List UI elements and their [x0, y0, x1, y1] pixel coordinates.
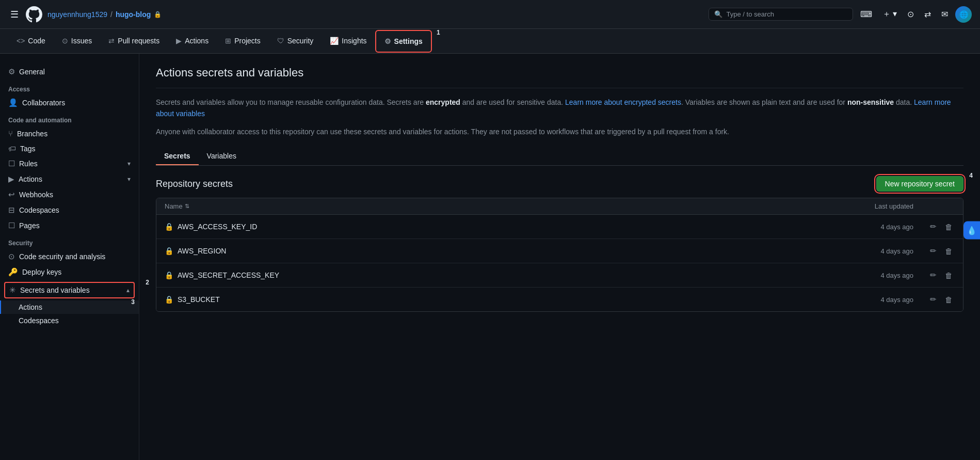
tab-variables[interactable]: Variables: [199, 148, 245, 165]
secret-actions-4: ✏ 🗑: [913, 293, 955, 306]
search-bar[interactable]: 🔍 Type / to search: [709, 8, 853, 21]
nav-settings[interactable]: ⚙ Settings 1: [375, 30, 432, 53]
nav-code-label: Code: [28, 37, 45, 45]
actions-expand-icon: ▾: [127, 176, 131, 183]
sidebar-item-codespaces[interactable]: ⊟ Codespaces: [0, 202, 139, 218]
tab-secrets[interactable]: Secrets: [156, 148, 199, 165]
topnav-left: ☰ nguyennhung1529 / hugo-blog 🔒: [8, 6, 702, 23]
sidebar-code-automation-section: Code and automation: [0, 110, 139, 126]
col-updated-header: Last updated: [831, 202, 913, 210]
avatar[interactable]: 🌐: [955, 6, 972, 23]
sidebar-item-deploy-keys[interactable]: 🔑 Deploy keys: [0, 264, 139, 280]
settings-icon: ⚙: [384, 37, 391, 45]
issues-button[interactable]: ⊙: [904, 6, 917, 22]
sidebar-actions-sub-label: Actions: [19, 303, 42, 311]
nav-code[interactable]: <> Code: [8, 30, 54, 52]
sidebar-item-pages[interactable]: ☐ Pages: [0, 218, 139, 233]
description-block-2: Anyone with collaborator access to this …: [156, 126, 963, 137]
repo-name[interactable]: hugo-blog: [116, 10, 151, 19]
nav-issues[interactable]: ⊙ Issues: [54, 30, 100, 52]
lock-icon-3: 🔒: [165, 271, 173, 279]
sidebar-item-rules[interactable]: ☐ Rules ▾: [0, 156, 139, 171]
desc-text-3: . Variables are shown as plain text and …: [681, 98, 847, 106]
sidebar-item-webhooks[interactable]: ↩ Webhooks: [0, 187, 139, 202]
settings-badge: 1: [437, 29, 440, 36]
nav-projects[interactable]: ⊞ Projects: [217, 30, 269, 52]
insights-icon: 📈: [330, 37, 339, 45]
repo-owner[interactable]: nguyennhung1529: [47, 10, 107, 19]
collaborators-icon: 👤: [8, 98, 18, 107]
link-encrypted-secrets[interactable]: Learn more about encrypted secrets: [565, 98, 681, 106]
sidebar-general-label: General: [19, 68, 45, 76]
plus-button[interactable]: ＋ ▾: [879, 6, 900, 23]
page-title: Actions secrets and variables: [156, 66, 963, 88]
name-col-label: Name: [165, 202, 183, 210]
sidebar-item-actions[interactable]: ▶ Actions ▾: [0, 171, 139, 187]
search-placeholder: Type / to search: [727, 10, 775, 18]
secret-label-2: AWS_REGION: [178, 247, 226, 255]
sidebar-deploy-keys-label: Deploy keys: [22, 268, 61, 276]
desc-text-1: Secrets and variables allow you to manag…: [156, 98, 426, 106]
description-block: Secrets and variables allow you to manag…: [156, 97, 963, 120]
repo-separator: /: [110, 10, 113, 19]
deploy-keys-icon: 🔑: [8, 267, 18, 277]
table-header: Name ⇅ Last updated: [156, 198, 963, 215]
topnav-right: 🔍 Type / to search ⌨ ＋ ▾ ⊙ ⇄ ✉ 🌐: [709, 6, 972, 23]
nav-actions[interactable]: ▶ Actions: [168, 30, 217, 52]
pages-icon: ☐: [8, 221, 15, 230]
secret-actions-1: ✏ 🗑: [913, 220, 955, 233]
edit-secret-2-button[interactable]: ✏: [928, 244, 939, 258]
sidebar-item-secrets-variables[interactable]: ✳ Secrets and variables ▴ 2: [4, 282, 135, 298]
delete-secret-2-button[interactable]: 🗑: [943, 245, 955, 258]
secrets-icon: ✳: [9, 285, 16, 295]
code-icon: <>: [17, 37, 25, 45]
inbox-button[interactable]: ✉: [938, 6, 951, 22]
secret-actions-3: ✏ 🗑: [913, 268, 955, 282]
pullrequest-button[interactable]: ⇄: [921, 6, 934, 22]
actions-icon: ▶: [176, 37, 182, 45]
delete-secret-1-button[interactable]: 🗑: [943, 220, 955, 233]
main-layout: ⚙ General Access 👤 Collaborators Code an…: [0, 54, 980, 460]
sort-icon[interactable]: ⇅: [185, 203, 189, 210]
new-repository-secret-button[interactable]: New repository secret: [876, 176, 963, 192]
rules-icon: ☐: [8, 159, 15, 168]
edit-secret-3-button[interactable]: ✏: [928, 268, 939, 282]
edit-secret-1-button[interactable]: ✏: [928, 220, 939, 233]
sidebar-item-code-security[interactable]: ⊙ Code security and analysis: [0, 249, 139, 264]
github-logo[interactable]: [26, 6, 42, 23]
table-row: 🔒 AWS_REGION 4 days ago ✏ 🗑: [156, 239, 963, 263]
hamburger-menu-icon[interactable]: ☰: [8, 7, 21, 22]
sidebar-access-section: Access: [0, 80, 139, 95]
sidebar-item-general[interactable]: ⚙ General: [0, 64, 139, 80]
nav-pullrequests[interactable]: ⇄ Pull requests: [100, 30, 168, 52]
nav-projects-label: Projects: [234, 37, 261, 45]
sidebar-sub-actions[interactable]: Actions 3: [0, 300, 139, 314]
sidebar-secrets-label: Secrets and variables: [20, 286, 90, 294]
sidebar-item-collaborators[interactable]: 👤 Collaborators: [0, 95, 139, 110]
right-widget[interactable]: 💧: [963, 221, 980, 239]
secret-label-4: S3_BUCKET: [178, 295, 220, 304]
nav-security[interactable]: 🛡 Security: [269, 30, 322, 52]
secrets-table: Name ⇅ Last updated 🔒 AWS_ACCESS_KEY_ID …: [156, 198, 963, 312]
secret-updated-3: 4 days ago: [831, 272, 913, 279]
sidebar-item-branches[interactable]: ⑂ Branches: [0, 126, 139, 141]
table-row: 🔒 AWS_ACCESS_KEY_ID 4 days ago ✏ 🗑: [156, 215, 963, 239]
widget-droplet-icon: 💧: [967, 225, 977, 235]
table-row: 🔒 S3_BUCKET 4 days ago ✏ 🗑: [156, 288, 963, 311]
secrets-expand-icon: ▴: [126, 287, 130, 294]
repo-navigation: <> Code ⊙ Issues ⇄ Pull requests ▶ Actio…: [0, 29, 980, 54]
sidebar-item-tags[interactable]: 🏷 Tags: [0, 141, 139, 156]
sidebar-actions-icon: ▶: [8, 175, 14, 184]
secret-label-1: AWS_ACCESS_KEY_ID: [178, 223, 257, 231]
nav-insights[interactable]: 📈 Insights: [322, 30, 375, 52]
delete-secret-4-button[interactable]: 🗑: [943, 293, 955, 306]
sidebar-sub-codespaces[interactable]: Codespaces: [0, 314, 139, 327]
webhooks-icon: ↩: [8, 190, 15, 199]
delete-secret-3-button[interactable]: 🗑: [943, 269, 955, 282]
nav-settings-label: Settings: [394, 37, 423, 45]
terminal-button[interactable]: ⌨: [857, 6, 875, 22]
edit-secret-4-button[interactable]: ✏: [928, 293, 939, 306]
secrets-variables-tabs: Secrets Variables: [156, 148, 963, 166]
sidebar-codespaces-sub-label: Codespaces: [19, 316, 59, 325]
sidebar-webhooks-label: Webhooks: [19, 191, 53, 199]
